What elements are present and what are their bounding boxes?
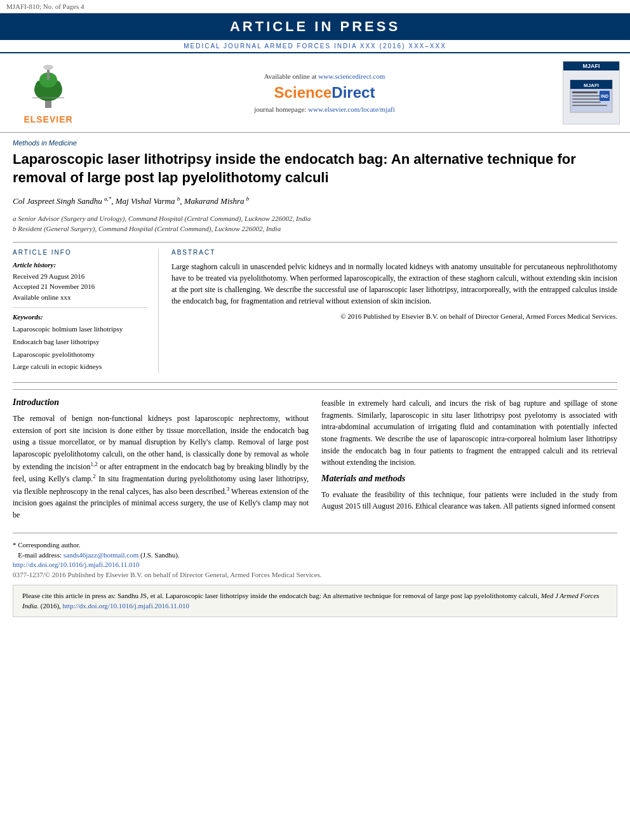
mjafi-logo: MJAFI MJAFI IND — [563, 61, 620, 124]
svg-rect-15 — [572, 105, 607, 106]
available-online-text: Available online at www.sciencedirect.co… — [93, 72, 556, 80]
article-info-abstract-section: ARTICLE INFO Article history: Received 2… — [13, 249, 617, 374]
elsevier-brand-text: ELSEVIER — [23, 114, 72, 124]
mjafi-logo-body: MJAFI IND — [563, 70, 619, 124]
journal-name-bar: MEDICAL JOURNAL ARMED FORCES INDIA XXX (… — [0, 40, 630, 53]
elsevier-tree-icon — [23, 61, 74, 112]
article-info-column: ARTICLE INFO Article history: Received 2… — [13, 249, 159, 374]
introduction-paragraph: The removal of benign non-functional kid… — [13, 413, 309, 521]
keyword-2: Endocatch bag laser lithotripsy — [13, 336, 148, 349]
materials-methods-heading: Materials and methods — [321, 474, 617, 484]
email-footnote: E-mail address: sands46jazz@hotmail.com … — [13, 550, 617, 561]
article-in-press-bar: ARTICLE IN PRESS — [0, 13, 630, 40]
authors: Col Jaspreet Singh Sandhu a,*, Maj Visha… — [13, 196, 617, 206]
article-id: MJAFI-810; No. of Pages 4 — [6, 3, 84, 10]
issn-copyright-line: 0377-1237/© 2016 Published by Elsevier B… — [13, 571, 617, 578]
footnote-divider — [13, 533, 617, 533]
header-center: Available online at www.sciencedirect.co… — [93, 61, 556, 124]
mjafi-logo-top: MJAFI — [563, 62, 619, 70]
mjafi-cover-icon: MJAFI IND — [569, 79, 613, 114]
citation-doi-link[interactable]: http://dx.doi.org/10.1016/j.mjafi.2016.1… — [63, 602, 190, 610]
sciencedirect-logo: ScienceDirect — [93, 84, 556, 102]
header-section: ELSEVIER Available online at www.science… — [0, 53, 630, 133]
article-received: Received 29 August 2016 Accepted 21 Nove… — [13, 271, 148, 303]
svg-rect-14 — [572, 102, 601, 103]
affiliation-a: a Senior Advisor (Surgery and Urology), … — [13, 213, 617, 224]
introduction-heading: Introduction — [13, 397, 309, 408]
author-email[interactable]: sands46jazz@hotmail.com — [64, 551, 139, 559]
svg-text:IND: IND — [601, 94, 608, 98]
svg-point-6 — [43, 65, 53, 70]
article-title: Laparoscopic laser lithotripsy inside th… — [13, 150, 617, 187]
abstract-heading: ABSTRACT — [171, 249, 617, 256]
body-section: Introduction The removal of benign non-f… — [13, 389, 617, 526]
journal-name-text: MEDICAL JOURNAL ARMED FORCES INDIA XXX (… — [184, 43, 446, 50]
journal-homepage-text: journal homepage: www.elsevier.com/locat… — [93, 105, 556, 113]
elsevier-logo: ELSEVIER — [10, 61, 86, 124]
top-banner: MJAFI-810; No. of Pages 4 — [0, 0, 630, 13]
body-divider — [13, 382, 617, 383]
materials-methods-text: To evaluate the feasibility of this tech… — [321, 489, 617, 512]
doi-link[interactable]: http://dx.doi.org/10.1016/j.mjafi.2016.1… — [13, 561, 140, 568]
keywords-label: Keywords: — [13, 313, 148, 321]
abstract-text: Large staghorn calculi in unascended pel… — [171, 261, 617, 307]
info-divider — [13, 307, 148, 308]
right-col-intro-text: feasible in extremely hard calculi, and … — [321, 397, 617, 469]
section-label: Methods in Medicine — [13, 139, 617, 147]
keyword-1: Laparoscopic holmium laser lithotripsy — [13, 323, 148, 336]
article-content: Methods in Medicine Laparoscopic laser l… — [0, 133, 630, 623]
body-left-column: Introduction The removal of benign non-f… — [13, 397, 309, 526]
doi-line: http://dx.doi.org/10.1016/j.mjafi.2016.1… — [13, 561, 617, 568]
article-history-label: Article history: — [13, 261, 148, 269]
abstract-copyright: © 2016 Published by Elsevier B.V. on beh… — [171, 312, 617, 321]
section-divider — [13, 242, 617, 243]
affiliations: a Senior Advisor (Surgery and Urology), … — [13, 213, 617, 234]
svg-text:MJAFI: MJAFI — [584, 83, 599, 88]
journal-homepage-url[interactable]: www.elsevier.com/locate/mjafi — [308, 105, 395, 113]
affiliation-b: b Resident (General Surgery), Command Ho… — [13, 223, 617, 234]
svg-rect-13 — [572, 98, 604, 100]
keywords-list: Laparoscopic holmium laser lithotripsy E… — [13, 323, 148, 373]
citation-box: Please cite this article in press as: Sa… — [13, 585, 617, 617]
article-info-heading: ARTICLE INFO — [13, 249, 148, 256]
corresponding-author-note: * Corresponding author. — [13, 540, 617, 550]
keyword-4: Large calculi in ectopic kidneys — [13, 361, 148, 373]
article-in-press-text: ARTICLE IN PRESS — [230, 18, 400, 34]
svg-rect-11 — [572, 91, 598, 93]
abstract-column: ABSTRACT Large staghorn calculi in unasc… — [171, 249, 617, 374]
sciencedirect-url[interactable]: www.sciencedirect.com — [318, 72, 385, 80]
body-right-column: feasible in extremely hard calculi, and … — [321, 397, 617, 526]
keyword-3: Laparoscopic pyelolithotomy — [13, 349, 148, 361]
citation-text: Please cite this article in press as: Sa… — [22, 592, 600, 610]
